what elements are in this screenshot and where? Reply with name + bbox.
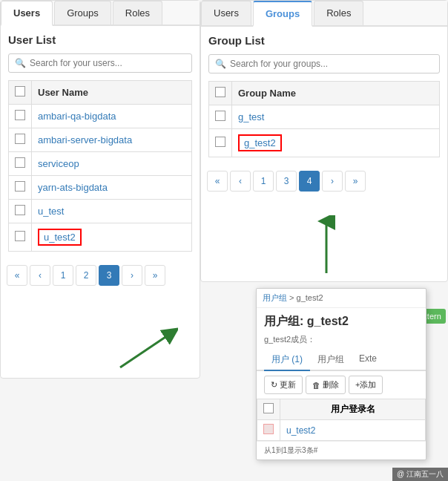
arrow-right-icon — [119, 319, 178, 379]
user-name-cell: u_test — [32, 200, 192, 223]
right-tab-roles[interactable]: Roles — [314, 1, 363, 25]
right-tab-users[interactable]: Users — [201, 1, 251, 25]
user-name-link[interactable]: ambari-qa-bigdata — [38, 111, 116, 122]
popup-actions-bar: ↻ 更新 🗑 删除 +添加 — [257, 371, 426, 399]
left-page-next[interactable]: › — [122, 265, 142, 286]
user-name-link[interactable]: serviceop — [38, 158, 79, 169]
row-checkbox[interactable] — [215, 111, 225, 121]
right-page-next[interactable]: › — [322, 171, 343, 192]
add-label: +添加 — [355, 379, 376, 390]
popup-title: 用户组: g_test2 — [257, 308, 426, 333]
row-checkbox[interactable] — [15, 157, 25, 168]
arrow-up-icon — [304, 215, 349, 275]
row-checkbox[interactable] — [15, 181, 25, 192]
right-search-input[interactable] — [230, 59, 433, 69]
group-name-link[interactable]: g_test — [238, 111, 264, 122]
left-user-table: User Name ambari-qa-bigdata ambari-serve… — [8, 80, 192, 252]
left-tab-users[interactable]: Users — [1, 1, 53, 26]
popup-username-link[interactable]: u_test2 — [286, 425, 315, 436]
left-page-prev[interactable]: ‹ — [30, 265, 50, 286]
right-col-checkbox — [209, 82, 232, 105]
group-name-cell: g_test2 — [232, 129, 440, 157]
row-checkbox[interactable] — [215, 137, 225, 147]
user-name-link[interactable]: yarn-ats-bigdata — [38, 182, 108, 193]
left-col-username: User Name — [32, 81, 192, 105]
watermark: @ 江南五一八 — [392, 468, 448, 481]
row-checkbox-cell — [9, 200, 32, 223]
left-tab-roles[interactable]: Roles — [113, 1, 162, 24]
user-name-cell: ambari-server-bigdata — [32, 128, 192, 152]
left-page-first[interactable]: « — [7, 265, 27, 286]
popup-footer: 从1到1显示3条# — [257, 441, 426, 459]
row-checkbox[interactable] — [15, 205, 25, 215]
right-pagination: « ‹ 1 3 4 › » — [201, 165, 447, 197]
popup-tab-groups[interactable]: 用户组 — [310, 350, 352, 371]
left-panel-title: User List — [8, 33, 192, 46]
row-checkbox-cell — [209, 129, 232, 157]
group-detail-popup: 用户组 > g_test2 用户组: g_test2 g_test2成员： 用户… — [256, 288, 426, 460]
right-col-groupname: Group Name — [232, 82, 440, 105]
add-button[interactable]: +添加 — [349, 376, 383, 394]
right-page-3[interactable]: 3 — [276, 171, 297, 192]
popup-user-table: 用户登录名 u_test2 — [257, 399, 426, 441]
left-search-box[interactable]: 🔍 — [8, 53, 192, 73]
right-search-icon: 🔍 — [215, 59, 226, 69]
right-page-1[interactable]: 1 — [253, 171, 274, 192]
update-button[interactable]: ↻ 更新 — [264, 376, 303, 394]
row-checkbox-cell — [9, 176, 32, 200]
table-row: g_test2 — [209, 129, 440, 157]
breadcrumb-current: g_test2 — [297, 293, 323, 302]
popup-select-all[interactable] — [263, 403, 274, 413]
right-page-first[interactable]: « — [207, 171, 228, 192]
row-checkbox[interactable] — [15, 110, 25, 120]
select-all-checkbox[interactable] — [15, 86, 25, 96]
left-page-1[interactable]: 1 — [53, 265, 73, 286]
right-panel-title: Group List — [208, 34, 440, 47]
row-checkbox[interactable] — [15, 231, 25, 241]
right-search-box[interactable]: 🔍 — [208, 54, 440, 73]
right-tab-groups[interactable]: Groups — [253, 1, 312, 27]
left-panel-content: User List 🔍 User Name ambari-qa-bigdata — [1, 26, 200, 259]
left-search-input[interactable] — [30, 58, 185, 68]
row-checkbox-cell — [9, 105, 32, 128]
row-checkbox[interactable] — [15, 134, 25, 144]
left-tab-bar: Users Groups Roles — [1, 1, 200, 26]
left-page-last[interactable]: » — [145, 265, 165, 286]
delete-label: 删除 — [323, 379, 339, 390]
group-name-link[interactable]: g_test2 — [238, 134, 282, 151]
table-row: ambari-server-bigdata — [9, 128, 192, 152]
breadcrumb-group-link[interactable]: 用户组 — [263, 293, 287, 302]
popup-tab-external[interactable]: Exte — [352, 350, 384, 371]
row-checkbox-cell — [209, 105, 232, 129]
right-page-4[interactable]: 4 — [299, 171, 320, 192]
table-row: u_test2 — [257, 420, 426, 441]
user-name-link[interactable]: u_test — [38, 206, 64, 217]
popup-col-username: 用户登录名 — [280, 399, 426, 420]
right-tab-bar: Users Groups Roles — [201, 1, 447, 27]
left-tab-groups[interactable]: Groups — [54, 1, 111, 24]
row-checkbox-cell — [9, 128, 32, 152]
update-label: 更新 — [280, 379, 296, 390]
left-page-3[interactable]: 3 — [99, 265, 119, 286]
popup-tab-bar: 用户 (1) 用户组 Exte — [257, 350, 426, 371]
user-name-link[interactable]: u_test2 — [38, 229, 82, 246]
popup-row-checkbox[interactable] — [263, 424, 274, 434]
right-select-all-checkbox[interactable] — [215, 87, 225, 97]
left-page-2[interactable]: 2 — [76, 265, 96, 286]
popup-breadcrumb: 用户组 > g_test2 — [257, 289, 426, 308]
user-name-link[interactable]: ambari-server-bigdata — [38, 134, 132, 145]
popup-footer-text: 从1到1显示3条# — [264, 445, 317, 456]
table-row: serviceop — [9, 152, 192, 176]
popup-tab-users[interactable]: 用户 (1) — [264, 350, 310, 371]
right-page-last[interactable]: » — [345, 171, 366, 192]
user-name-cell: u_test2 — [32, 223, 192, 252]
table-row: u_test2 — [9, 223, 192, 252]
svg-line-3 — [120, 333, 172, 367]
delete-button[interactable]: 🗑 删除 — [306, 376, 346, 394]
right-panel-content: Group List 🔍 Group Name g_test g_test2 — [201, 27, 447, 165]
group-name-cell: g_test — [232, 105, 440, 129]
right-page-prev[interactable]: ‹ — [230, 171, 251, 192]
row-checkbox-cell — [9, 152, 32, 176]
refresh-icon: ↻ — [271, 380, 277, 390]
popup-row-checkbox-cell — [257, 420, 280, 441]
